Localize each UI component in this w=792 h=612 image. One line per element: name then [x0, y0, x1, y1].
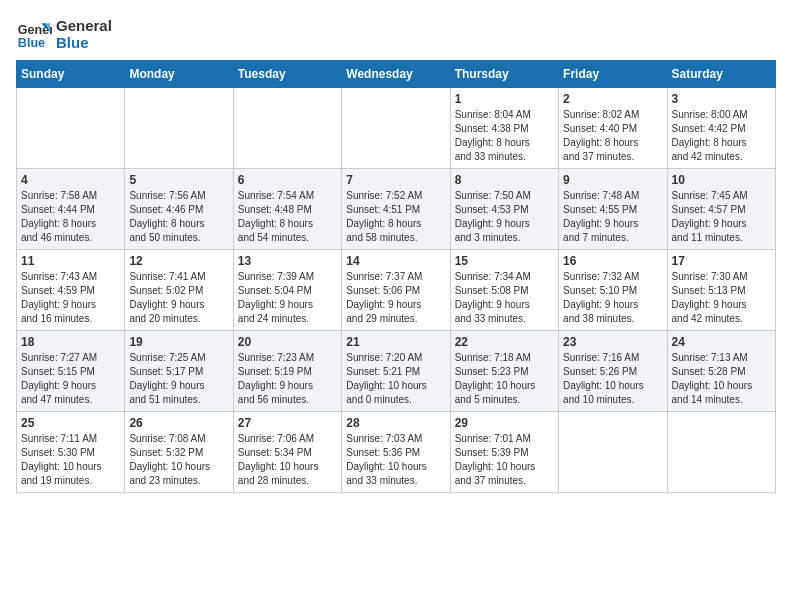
calendar-cell: 16Sunrise: 7:32 AM Sunset: 5:10 PM Dayli…	[559, 250, 667, 331]
calendar-week-2: 4Sunrise: 7:58 AM Sunset: 4:44 PM Daylig…	[17, 169, 776, 250]
day-number: 2	[563, 92, 662, 106]
calendar-cell: 8Sunrise: 7:50 AM Sunset: 4:53 PM Daylig…	[450, 169, 558, 250]
day-info: Sunrise: 7:56 AM Sunset: 4:46 PM Dayligh…	[129, 189, 228, 245]
weekday-header-monday: Monday	[125, 61, 233, 88]
day-info: Sunrise: 7:45 AM Sunset: 4:57 PM Dayligh…	[672, 189, 771, 245]
day-info: Sunrise: 7:30 AM Sunset: 5:13 PM Dayligh…	[672, 270, 771, 326]
day-info: Sunrise: 7:52 AM Sunset: 4:51 PM Dayligh…	[346, 189, 445, 245]
logo: General Blue General Blue	[16, 16, 112, 52]
calendar-cell	[233, 88, 341, 169]
calendar-week-4: 18Sunrise: 7:27 AM Sunset: 5:15 PM Dayli…	[17, 331, 776, 412]
calendar-week-5: 25Sunrise: 7:11 AM Sunset: 5:30 PM Dayli…	[17, 412, 776, 493]
day-info: Sunrise: 7:23 AM Sunset: 5:19 PM Dayligh…	[238, 351, 337, 407]
day-info: Sunrise: 7:25 AM Sunset: 5:17 PM Dayligh…	[129, 351, 228, 407]
day-info: Sunrise: 7:11 AM Sunset: 5:30 PM Dayligh…	[21, 432, 120, 488]
calendar-cell: 1Sunrise: 8:04 AM Sunset: 4:38 PM Daylig…	[450, 88, 558, 169]
calendar-cell	[125, 88, 233, 169]
calendar-cell: 24Sunrise: 7:13 AM Sunset: 5:28 PM Dayli…	[667, 331, 775, 412]
calendar-cell: 27Sunrise: 7:06 AM Sunset: 5:34 PM Dayli…	[233, 412, 341, 493]
day-info: Sunrise: 7:01 AM Sunset: 5:39 PM Dayligh…	[455, 432, 554, 488]
calendar-cell	[17, 88, 125, 169]
calendar-cell: 25Sunrise: 7:11 AM Sunset: 5:30 PM Dayli…	[17, 412, 125, 493]
day-number: 19	[129, 335, 228, 349]
day-number: 7	[346, 173, 445, 187]
day-number: 3	[672, 92, 771, 106]
calendar-cell: 4Sunrise: 7:58 AM Sunset: 4:44 PM Daylig…	[17, 169, 125, 250]
day-number: 26	[129, 416, 228, 430]
day-number: 5	[129, 173, 228, 187]
day-number: 27	[238, 416, 337, 430]
day-info: Sunrise: 7:54 AM Sunset: 4:48 PM Dayligh…	[238, 189, 337, 245]
calendar-cell: 28Sunrise: 7:03 AM Sunset: 5:36 PM Dayli…	[342, 412, 450, 493]
day-number: 6	[238, 173, 337, 187]
calendar-cell	[342, 88, 450, 169]
day-number: 20	[238, 335, 337, 349]
day-info: Sunrise: 7:34 AM Sunset: 5:08 PM Dayligh…	[455, 270, 554, 326]
day-number: 11	[21, 254, 120, 268]
weekday-header-tuesday: Tuesday	[233, 61, 341, 88]
calendar-cell	[667, 412, 775, 493]
calendar-cell: 15Sunrise: 7:34 AM Sunset: 5:08 PM Dayli…	[450, 250, 558, 331]
day-number: 15	[455, 254, 554, 268]
logo-icon: General Blue	[16, 16, 52, 52]
weekday-header-thursday: Thursday	[450, 61, 558, 88]
day-info: Sunrise: 7:03 AM Sunset: 5:36 PM Dayligh…	[346, 432, 445, 488]
calendar-cell: 2Sunrise: 8:02 AM Sunset: 4:40 PM Daylig…	[559, 88, 667, 169]
weekday-header-row: SundayMondayTuesdayWednesdayThursdayFrid…	[17, 61, 776, 88]
day-info: Sunrise: 7:08 AM Sunset: 5:32 PM Dayligh…	[129, 432, 228, 488]
calendar-cell: 6Sunrise: 7:54 AM Sunset: 4:48 PM Daylig…	[233, 169, 341, 250]
day-number: 1	[455, 92, 554, 106]
weekday-header-wednesday: Wednesday	[342, 61, 450, 88]
calendar-week-3: 11Sunrise: 7:43 AM Sunset: 4:59 PM Dayli…	[17, 250, 776, 331]
calendar-cell: 3Sunrise: 8:00 AM Sunset: 4:42 PM Daylig…	[667, 88, 775, 169]
calendar-cell: 13Sunrise: 7:39 AM Sunset: 5:04 PM Dayli…	[233, 250, 341, 331]
day-info: Sunrise: 8:04 AM Sunset: 4:38 PM Dayligh…	[455, 108, 554, 164]
calendar-cell: 18Sunrise: 7:27 AM Sunset: 5:15 PM Dayli…	[17, 331, 125, 412]
day-info: Sunrise: 7:13 AM Sunset: 5:28 PM Dayligh…	[672, 351, 771, 407]
calendar-week-1: 1Sunrise: 8:04 AM Sunset: 4:38 PM Daylig…	[17, 88, 776, 169]
day-number: 28	[346, 416, 445, 430]
day-number: 9	[563, 173, 662, 187]
day-number: 10	[672, 173, 771, 187]
day-info: Sunrise: 7:16 AM Sunset: 5:26 PM Dayligh…	[563, 351, 662, 407]
day-number: 16	[563, 254, 662, 268]
day-info: Sunrise: 7:27 AM Sunset: 5:15 PM Dayligh…	[21, 351, 120, 407]
day-info: Sunrise: 7:37 AM Sunset: 5:06 PM Dayligh…	[346, 270, 445, 326]
calendar-cell: 5Sunrise: 7:56 AM Sunset: 4:46 PM Daylig…	[125, 169, 233, 250]
calendar-cell: 14Sunrise: 7:37 AM Sunset: 5:06 PM Dayli…	[342, 250, 450, 331]
day-info: Sunrise: 7:41 AM Sunset: 5:02 PM Dayligh…	[129, 270, 228, 326]
day-number: 14	[346, 254, 445, 268]
calendar-cell: 20Sunrise: 7:23 AM Sunset: 5:19 PM Dayli…	[233, 331, 341, 412]
calendar-cell: 12Sunrise: 7:41 AM Sunset: 5:02 PM Dayli…	[125, 250, 233, 331]
day-info: Sunrise: 7:06 AM Sunset: 5:34 PM Dayligh…	[238, 432, 337, 488]
calendar-cell: 19Sunrise: 7:25 AM Sunset: 5:17 PM Dayli…	[125, 331, 233, 412]
calendar-cell	[559, 412, 667, 493]
day-info: Sunrise: 8:00 AM Sunset: 4:42 PM Dayligh…	[672, 108, 771, 164]
day-info: Sunrise: 7:43 AM Sunset: 4:59 PM Dayligh…	[21, 270, 120, 326]
calendar-cell: 21Sunrise: 7:20 AM Sunset: 5:21 PM Dayli…	[342, 331, 450, 412]
day-info: Sunrise: 7:18 AM Sunset: 5:23 PM Dayligh…	[455, 351, 554, 407]
day-number: 22	[455, 335, 554, 349]
day-number: 25	[21, 416, 120, 430]
day-number: 17	[672, 254, 771, 268]
day-number: 24	[672, 335, 771, 349]
day-number: 13	[238, 254, 337, 268]
logo-text-blue: Blue	[56, 34, 112, 51]
calendar-cell: 11Sunrise: 7:43 AM Sunset: 4:59 PM Dayli…	[17, 250, 125, 331]
day-info: Sunrise: 7:48 AM Sunset: 4:55 PM Dayligh…	[563, 189, 662, 245]
calendar-cell: 23Sunrise: 7:16 AM Sunset: 5:26 PM Dayli…	[559, 331, 667, 412]
calendar-cell: 9Sunrise: 7:48 AM Sunset: 4:55 PM Daylig…	[559, 169, 667, 250]
calendar-cell: 10Sunrise: 7:45 AM Sunset: 4:57 PM Dayli…	[667, 169, 775, 250]
day-number: 18	[21, 335, 120, 349]
calendar-table: SundayMondayTuesdayWednesdayThursdayFrid…	[16, 60, 776, 493]
day-number: 29	[455, 416, 554, 430]
svg-text:Blue: Blue	[18, 36, 45, 50]
calendar-cell: 22Sunrise: 7:18 AM Sunset: 5:23 PM Dayli…	[450, 331, 558, 412]
weekday-header-friday: Friday	[559, 61, 667, 88]
day-number: 12	[129, 254, 228, 268]
calendar-cell: 17Sunrise: 7:30 AM Sunset: 5:13 PM Dayli…	[667, 250, 775, 331]
header: General Blue General Blue	[16, 16, 776, 52]
logo-text-general: General	[56, 17, 112, 34]
day-info: Sunrise: 7:50 AM Sunset: 4:53 PM Dayligh…	[455, 189, 554, 245]
day-number: 23	[563, 335, 662, 349]
